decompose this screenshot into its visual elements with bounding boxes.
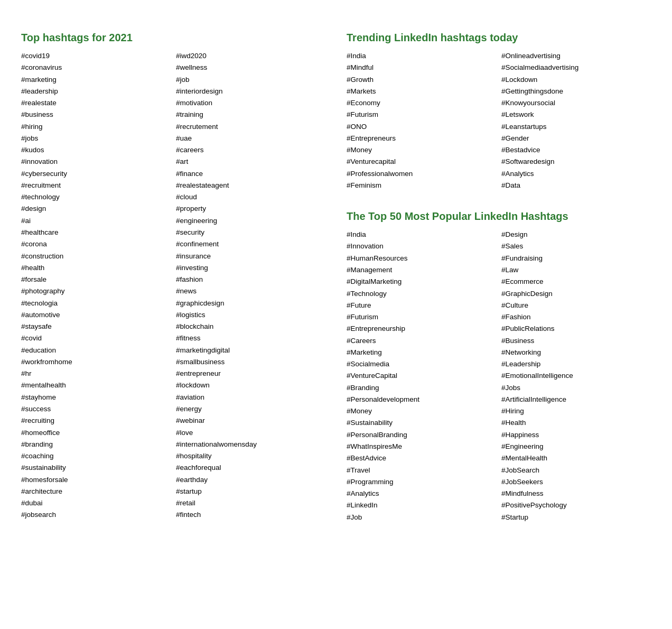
- section-trending-col2: #Onlineadvertising#Socialmediaadvertisin…: [501, 50, 651, 191]
- hashtag-item: #kudos: [21, 144, 171, 156]
- hashtag-item: #fintech: [176, 509, 325, 521]
- hashtag-item: #Socialmediaadvertising: [501, 62, 651, 73]
- hashtag-item: #interiordesign: [176, 86, 325, 97]
- hashtag-item: #Feminism: [347, 180, 496, 191]
- section-top50-columns: #India#Innovation#HumanResources#Managem…: [347, 229, 651, 523]
- hashtag-item: #DigitalMarketing: [347, 276, 496, 288]
- main-grid: Top hashtags for 2021 #covid19#coronavir…: [21, 32, 651, 523]
- hashtag-item: #art: [176, 156, 325, 168]
- hashtag-item: #iwd2020: [176, 50, 325, 62]
- hashtag-item: #energy: [176, 403, 325, 415]
- hashtag-item: #Technology: [347, 288, 496, 300]
- hashtag-item: #coaching: [21, 450, 171, 462]
- hashtag-item: #Data: [501, 180, 651, 191]
- hashtag-item: #insurance: [176, 251, 325, 262]
- section-2021-col1: #covid19#coronavirus#marketing#leadershi…: [21, 50, 171, 521]
- hashtag-item: #lockdown: [176, 380, 325, 391]
- hashtag-item: #fashion: [176, 274, 325, 285]
- hashtag-item: #Gender: [501, 133, 651, 144]
- section-top50: The Top 50 Most Popular LinkedIn Hashtag…: [347, 210, 651, 523]
- hashtag-item: #Mindfulness: [501, 488, 651, 500]
- hashtag-item: #Venturecapital: [347, 156, 496, 168]
- hashtag-item: #confinement: [176, 238, 325, 250]
- hashtag-item: #coronavirus: [21, 62, 171, 73]
- hashtag-item: #Entrepreneurship: [347, 323, 496, 335]
- hashtag-item: #Entrepreneurs: [347, 133, 496, 144]
- hashtag-item: #Mindful: [347, 62, 496, 73]
- hashtag-item: #India: [347, 229, 496, 240]
- hashtag-item: #Money: [347, 144, 496, 156]
- hashtag-item: #cloud: [176, 191, 325, 203]
- hashtag-item: #GraphicDesign: [501, 288, 651, 300]
- hashtag-item: #WhatInspiresMe: [347, 441, 496, 452]
- hashtag-item: #BestAdvice: [347, 452, 496, 464]
- hashtag-item: #homeoffice: [21, 427, 171, 439]
- section-top50-col1: #India#Innovation#HumanResources#Managem…: [347, 229, 496, 523]
- hashtag-item: #ArtificialIntelligence: [501, 394, 651, 405]
- hashtag-item: #internationalwomensday: [176, 439, 325, 450]
- hashtag-item: #entrepreneur: [176, 368, 325, 380]
- hashtag-item: #sustainability: [21, 462, 171, 474]
- hashtag-item: #hospitality: [176, 450, 325, 462]
- hashtag-item: #Socialmedia: [347, 358, 496, 370]
- hashtag-item: #news: [176, 285, 325, 297]
- section-2021-columns: #covid19#coronavirus#marketing#leadershi…: [21, 50, 325, 521]
- hashtag-item: #Management: [347, 264, 496, 276]
- hashtag-item: #aviation: [176, 392, 325, 403]
- hashtag-item: #marketing: [21, 74, 171, 86]
- section-top50-title: The Top 50 Most Popular LinkedIn Hashtag…: [347, 210, 651, 223]
- hashtag-item: #automotive: [21, 309, 171, 321]
- hashtag-item: #design: [21, 203, 171, 215]
- hashtag-item: #recrutement: [176, 121, 325, 133]
- hashtag-item: #branding: [21, 439, 171, 450]
- hashtag-item: #covid: [21, 332, 171, 344]
- hashtag-item: #Job: [347, 512, 496, 523]
- hashtag-item: #graphicdesign: [176, 298, 325, 309]
- hashtag-item: #Leadership: [501, 358, 651, 370]
- hashtag-item: #Onlineadvertising: [501, 50, 651, 62]
- hashtag-item: #healthcare: [21, 227, 171, 238]
- hashtag-item: #PositivePsychology: [501, 500, 651, 511]
- hashtag-item: #stayhome: [21, 392, 171, 403]
- hashtag-item: #Law: [501, 264, 651, 276]
- hashtag-item: #startup: [176, 486, 325, 497]
- hashtag-item: #Professionalwomen: [347, 168, 496, 180]
- hashtag-item: #wellness: [176, 62, 325, 73]
- hashtag-item: #education: [21, 345, 171, 356]
- hashtag-item: #LinkedIn: [347, 500, 496, 511]
- hashtag-item: #Careers: [347, 335, 496, 347]
- hashtag-item: #ai: [21, 215, 171, 227]
- hashtag-item: #training: [176, 109, 325, 121]
- hashtag-item: #hiring: [21, 121, 171, 133]
- hashtag-item: #Softwaredesign: [501, 156, 651, 168]
- section-top50-col2: #Design#Sales#Fundraising#Law#Ecommerce#…: [501, 229, 651, 523]
- hashtag-item: #uae: [176, 133, 325, 144]
- hashtag-item: #dubai: [21, 497, 171, 509]
- hashtag-item: #marketingdigital: [176, 345, 325, 356]
- section-trending-columns: #India#Mindful#Growth#Markets#Economy#Fu…: [347, 50, 651, 191]
- hashtag-item: #Growth: [347, 74, 496, 86]
- hashtag-item: #homesforsale: [21, 474, 171, 486]
- hashtag-item: #architecture: [21, 486, 171, 497]
- section-2021-title: Top hashtags for 2021: [21, 32, 325, 44]
- hashtag-item: #Happiness: [501, 429, 651, 441]
- hashtag-item: #recruitment: [21, 180, 171, 191]
- section-trending-title: Trending LinkedIn hashtags today: [347, 32, 651, 44]
- hashtag-item: #Knowyoursocial: [501, 97, 651, 109]
- hashtag-item: #Markets: [347, 86, 496, 97]
- hashtag-item: #property: [176, 203, 325, 215]
- hashtag-item: #love: [176, 427, 325, 439]
- hashtag-item: #workfromhome: [21, 356, 171, 368]
- hashtag-item: #Letswork: [501, 109, 651, 121]
- hashtag-item: #webinar: [176, 415, 325, 427]
- hashtag-item: #corona: [21, 238, 171, 250]
- hashtag-item: #covid19: [21, 50, 171, 62]
- hashtag-item: #MentalHealth: [501, 452, 651, 464]
- hashtag-item: #Futurism: [347, 109, 496, 121]
- hashtag-item: #finance: [176, 168, 325, 180]
- hashtag-item: #fitness: [176, 332, 325, 344]
- hashtag-item: #blockchain: [176, 321, 325, 332]
- hashtag-item: #Bestadvice: [501, 144, 651, 156]
- hashtag-item: #Analytics: [501, 168, 651, 180]
- hashtag-item: #EmotionalIntelligence: [501, 370, 651, 382]
